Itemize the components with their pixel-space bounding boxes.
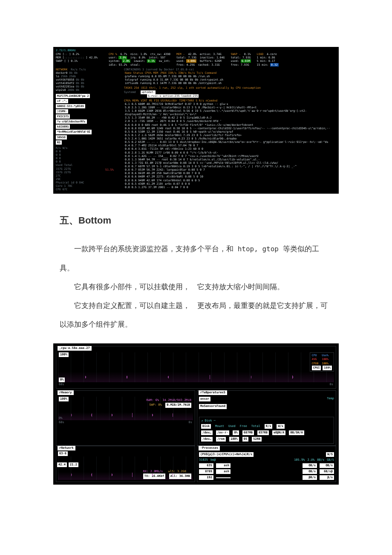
container-row: grafana running 0.0 85.0M 7.33G 0B 0B 0b… <box>124 75 336 78</box>
disk-head-cell: Total <box>251 424 260 428</box>
proc-row: 0.6 0.0 0 0 689 root 0:46 1 0 5 *3<f1b·f… <box>124 123 336 127</box>
left-meta-row: 29C <box>56 177 120 181</box>
iface-row: veth82281ea 0b 0b <box>56 85 120 88</box>
proc-row: 0.0 0.5 436M 41.2M 218t ar9x 0:07 8 0 0 <box>124 182 336 186</box>
btm-cpu-legend: CPU Use% AVG 100% CPU0 100% CPUI 189% <box>310 352 334 371</box>
uptodate-chip-2: S-rvic-s active:235 loaded:235 <box>147 94 199 98</box>
disk-head-cell: Disk <box>201 424 211 429</box>
mem-col: MEM - 42.8% active: 3.74G total: 7.33G i… <box>176 52 225 67</box>
btm-network-panel: rNetwork 63·6 42.4 21.2 RX: 2.0Mb/s wl5:… <box>56 446 195 482</box>
proc-head: CPU% MEM% VIRT MS FIO UStRAic0Ur TIME*TH… <box>124 99 336 102</box>
btm-cpu-panel: ,cpu·e.58e.αae.27 100% 0% 60s 0s CPU Use… <box>56 346 336 389</box>
iface-row: wlp2s0 200b 0b <box>56 88 120 92</box>
proc-row: 0.0 1.4 1.42G -- -- I54___ 0:02 7 0 7 ^<… <box>124 154 336 158</box>
proc-row: 0.0 0.6 949M 42.6M 174 colar90nUol 0:08 … <box>124 179 336 182</box>
left-chip: *h<MMnic0lar90Vld·OI <box>56 130 92 134</box>
left-chip: k8IOERS <box>56 125 70 129</box>
btm-temp-disk-panel: rTeBperaturesS ensor Temp MoSensorsFound… <box>197 390 336 446</box>
glances-main: CONTAINERS 3 (served by Docker 17.05.0-c… <box>124 68 336 192</box>
process-row: 192βB/sβ/s <box>199 475 334 480</box>
btm-mem-temp-row: rHeaory 100% 0% 60s 0s RAM: 6% 34.2MiB/9… <box>56 390 336 446</box>
iface-row: veth56f6858 0b 0b <box>56 78 120 81</box>
swap-col: SWAP - 0.1% total: 7.93G used: 6.93M fre… <box>231 52 251 67</box>
containers-head: Name Status CPU% MEM /MAX IOR/s IOW/s Rx… <box>124 71 336 75</box>
proc-row: 0.6 0.8 812M 48.6M 1249 root 0:38 10 0 5… <box>124 127 336 130</box>
proc-row: 0.0 0.6 048M 47.2M 2273: Alc0Ur9aRl 0:08… <box>124 175 336 178</box>
proc-row: 0.0 2.8 1.2G NiMM 2177 ir90 0:09 4 0 0 ^… <box>124 151 336 154</box>
cpu-freq: 2.72/1.80GHz <box>56 49 76 52</box>
iface-row: lo 256b 256b <box>56 75 120 78</box>
left-chip: SEhSO <box>56 135 67 139</box>
disk-head-cell: W/s <box>277 424 285 429</box>
left-meta-row: 0 0 <box>56 153 120 157</box>
proc-row: 3.5 1.0 692M 136M 2036 Øl<r90n1col 9:56 … <box>124 109 336 116</box>
disk-row: /dev…/rom100%0S52RB <box>201 437 332 442</box>
process-row: 635ashOB/sOB/s <box>199 463 334 468</box>
proc-row: 0.5 2.4 1.00G 142M 3651 colar9a 4:23 23 … <box>124 137 336 140</box>
para-2: 它具有很多小部件，可以挂载使用， 它支持放大缩小时间间隔。 <box>60 278 332 296</box>
left-chip: >f -^. <box>56 99 68 103</box>
left-meta-row: 0 0 <box>56 150 120 153</box>
left-meta-row: CPU 67C <box>56 188 120 191</box>
btm-net-proc-row: rNetwork 63·6 42.4 21.2 RX: 2.0Mb/s wl5:… <box>56 446 336 482</box>
left-meta-row: 0 0 <box>56 157 120 160</box>
glances-screenshot: 2.72/1.80GHz CPU [:: ] 8.2% MEM [:::::::… <box>53 47 339 194</box>
left-meta-row: 27C <box>56 174 120 177</box>
article-body: 一款跨平台的系统资源监控器，支持多个平台，和 htop, gtop 等类似的工具… <box>60 240 332 334</box>
proc-row: 0.0 0.6 841M 48.2M 258 9aAlc0lar90 0:08 … <box>124 171 336 175</box>
btm-cpu-graph: 100% 0% 60s 0s CPU Use% AVG 100% CPU0 10… <box>58 352 334 382</box>
proc-row: 0.0 1.3 964M 94.7M -- root 0:30 14 0 7 b… <box>124 158 336 161</box>
tasks-line: TASKS 254 (813 thr), 1 run, 252 slp, 1 o… <box>124 86 336 90</box>
disk-head-cell: Used <box>228 424 236 428</box>
proc-row: 0.0 0.4 3.01G ·711In 5M c0l·r90n1co 1:23… <box>124 147 336 151</box>
btm-memory-panel: rHeaory 100% 0% 60s 0s RAM: 6% 34.2MiB/9… <box>56 390 195 446</box>
btm-disk-panel: ┌ Disk ─ DiskMountUsedFreeTotalR/sW/s /d… <box>199 417 334 444</box>
containers-title: CONTAINERS 3 (served by Docker 17.05.0-c… <box>124 68 336 71</box>
proc-row: 0.0 0.7 607M 57.1M S·1 c0lar90Alco 0:19 … <box>124 165 336 168</box>
proc-row: 3.5 1.3 354M 80.2M -- r90 0:42 2 0 5 Iir… <box>124 116 336 119</box>
red-pct: 51.5% <box>105 168 114 171</box>
cpu-col: CPU % 6.7% nice: 1.8% ctx_sw: 4390 user:… <box>109 52 170 67</box>
left-chip: MiFITPLihKB82B^pa 2 <box>56 94 90 98</box>
process-row: 8789ashOB/s6B/sβ <box>199 469 334 474</box>
proc-row: 0.5 0.2 653M -- -- - 8:03 13 0 5 dist/dr… <box>124 140 336 144</box>
left-chip: )ISMX· <box>56 109 68 113</box>
disk-head-cell: R/s <box>265 424 273 429</box>
proc-row: 6.1 0.5 608M 48.7M31719 9cMc0lar9ef 0:07… <box>124 102 336 106</box>
process-row: 31025bαβ105.9%2.U%0B/sGB/S <box>199 458 334 462</box>
disk-row: /dev…/ov·r·8%687MB837RBeßβN/A0B/SH/A <box>201 430 332 435</box>
btm-processes-panel: ·Processes (PXO{p}3·(n)CPU%(c)>Hm%(m)R/s… <box>197 446 336 482</box>
proc-row: 0.0 0.5 1.27G 37.3M 2001 -- 0:04 7 0 0 <box>124 186 336 189</box>
proc-row: 2.8 1.3 :72G 105M -- 207t 0:04 8 0 5 /us… <box>124 119 336 123</box>
iface-row: veth4105df2 0b 0b <box>56 81 120 85</box>
left-meta-row: Used Total <box>56 163 120 167</box>
bottom-screenshot: ,cpu·e.58e.αae.27 100% 0% 60s 0s CPU Use… <box>53 343 339 485</box>
btm-net-graph: 42.4 21.2 RX: 2.0Mb/s wl5: 3.2G8 TX: 16.… <box>58 456 193 480</box>
left-meta-row: R/s W/s <box>56 146 120 150</box>
container-row: influxdb running 0.1 147M 7.33G 0B 0B 0b… <box>124 81 336 85</box>
uptodate-chip: uptodat- <box>141 90 156 94</box>
glances-left-column: NETWORK Rx/s Tx/s docker0 0b 0blo 256b 2… <box>56 68 120 192</box>
proc-row: 0.4 0.7 7·4M2 25114 nlc0lar9tnl 57:04 70… <box>124 144 336 147</box>
para-1: 一款跨平台的系统资源监控器，支持多个平台，和 htop, gtop 等类似的工具… <box>60 240 332 277</box>
btm-cpu-title: ,cpu·e.58e.αae.27 <box>58 346 92 351</box>
left-chip: *v·s%bltdockerMfs <box>56 119 87 124</box>
disk-head-cell: Mount <box>215 424 224 428</box>
proc-row: 0.0 0.7 853M 56.7M 2242: largaaic0lar 0:… <box>124 168 336 171</box>
load-col: LOAD 4-core 1 min: 0.86 5 min: 0.17 15 m… <box>257 52 279 67</box>
btm-mem-graph: 100% 0% 60s 0s RAM: 6% 34.2MiB/943.2MiB … <box>58 397 193 420</box>
disk-head-cell: Free <box>240 424 247 428</box>
glances-top-bar: 2.72/1.80GHz <box>56 49 336 52</box>
left-meta-row: Core 1 70C <box>56 184 120 188</box>
para-3: 它支持自定义配置，可以自建主题， 更改布局，最重要的就是它支持扩展，可以添加多个… <box>60 296 332 334</box>
proc-row: 5.0 2.5 1.20G 199M -- ticolar90nic 0:13 … <box>124 106 336 109</box>
section-heading: 五、Bottom <box>60 214 392 227</box>
left-chip: RS <box>56 140 62 145</box>
proc-row: 0.0 1.3 ?IG 83.0M 217β mcolar90m 0:08 14… <box>124 161 336 165</box>
left-meta-row: 0 0 <box>56 160 120 163</box>
iface-row: docker0 0b 0b <box>56 71 120 75</box>
left-chip: FXICSTS <box>56 114 70 119</box>
left-chip: G009I·Slt-*yBl09 <box>56 104 85 108</box>
glances-summary: CPU [:: ] 8.2% MEM [:::::::::::: ] 42.8%… <box>56 52 336 67</box>
glances-left-gauges: CPU [:: ] 8.2% MEM [:::::::::::: ] 42.8%… <box>56 52 103 67</box>
